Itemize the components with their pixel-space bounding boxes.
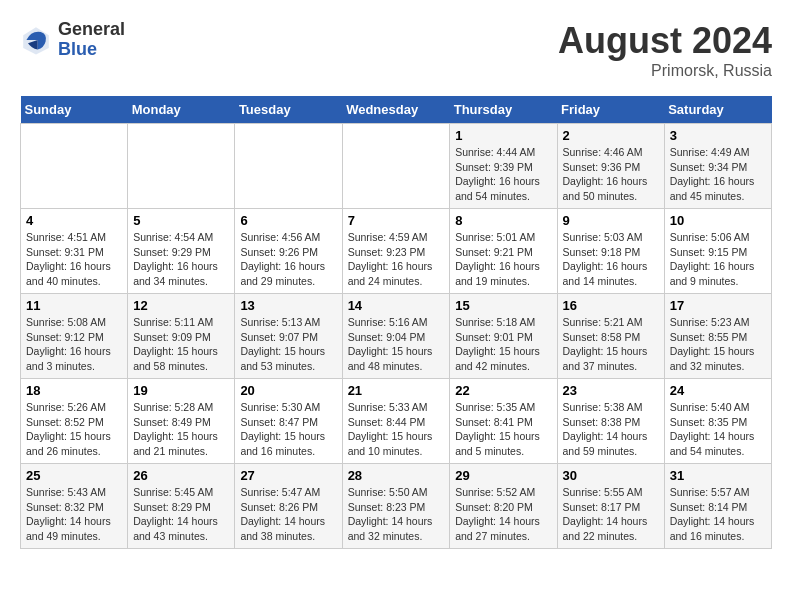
calendar-cell: 10Sunrise: 5:06 AM Sunset: 9:15 PM Dayli… bbox=[664, 209, 771, 294]
weekday-header-monday: Monday bbox=[128, 96, 235, 124]
calendar-cell: 17Sunrise: 5:23 AM Sunset: 8:55 PM Dayli… bbox=[664, 294, 771, 379]
day-info: Sunrise: 5:16 AM Sunset: 9:04 PM Dayligh… bbox=[348, 315, 445, 374]
day-info: Sunrise: 5:35 AM Sunset: 8:41 PM Dayligh… bbox=[455, 400, 551, 459]
day-number: 28 bbox=[348, 468, 445, 483]
calendar-cell: 13Sunrise: 5:13 AM Sunset: 9:07 PM Dayli… bbox=[235, 294, 342, 379]
day-info: Sunrise: 5:01 AM Sunset: 9:21 PM Dayligh… bbox=[455, 230, 551, 289]
calendar-cell: 22Sunrise: 5:35 AM Sunset: 8:41 PM Dayli… bbox=[450, 379, 557, 464]
day-info: Sunrise: 4:59 AM Sunset: 9:23 PM Dayligh… bbox=[348, 230, 445, 289]
calendar-cell: 5Sunrise: 4:54 AM Sunset: 9:29 PM Daylig… bbox=[128, 209, 235, 294]
calendar-cell: 29Sunrise: 5:52 AM Sunset: 8:20 PM Dayli… bbox=[450, 464, 557, 549]
day-info: Sunrise: 5:55 AM Sunset: 8:17 PM Dayligh… bbox=[563, 485, 659, 544]
logo-text: General Blue bbox=[58, 20, 125, 60]
location: Primorsk, Russia bbox=[558, 62, 772, 80]
day-number: 3 bbox=[670, 128, 766, 143]
calendar-cell: 31Sunrise: 5:57 AM Sunset: 8:14 PM Dayli… bbox=[664, 464, 771, 549]
day-number: 6 bbox=[240, 213, 336, 228]
calendar-cell: 26Sunrise: 5:45 AM Sunset: 8:29 PM Dayli… bbox=[128, 464, 235, 549]
calendar-week-1: 1Sunrise: 4:44 AM Sunset: 9:39 PM Daylig… bbox=[21, 124, 772, 209]
day-number: 29 bbox=[455, 468, 551, 483]
day-number: 9 bbox=[563, 213, 659, 228]
calendar-table: SundayMondayTuesdayWednesdayThursdayFrid… bbox=[20, 96, 772, 549]
day-info: Sunrise: 4:44 AM Sunset: 9:39 PM Dayligh… bbox=[455, 145, 551, 204]
logo-icon bbox=[20, 24, 52, 56]
day-number: 25 bbox=[26, 468, 122, 483]
calendar-cell: 25Sunrise: 5:43 AM Sunset: 8:32 PM Dayli… bbox=[21, 464, 128, 549]
day-number: 30 bbox=[563, 468, 659, 483]
calendar-cell: 11Sunrise: 5:08 AM Sunset: 9:12 PM Dayli… bbox=[21, 294, 128, 379]
day-info: Sunrise: 5:47 AM Sunset: 8:26 PM Dayligh… bbox=[240, 485, 336, 544]
day-number: 4 bbox=[26, 213, 122, 228]
day-info: Sunrise: 5:30 AM Sunset: 8:47 PM Dayligh… bbox=[240, 400, 336, 459]
calendar-cell: 7Sunrise: 4:59 AM Sunset: 9:23 PM Daylig… bbox=[342, 209, 450, 294]
calendar-week-3: 11Sunrise: 5:08 AM Sunset: 9:12 PM Dayli… bbox=[21, 294, 772, 379]
calendar-cell: 23Sunrise: 5:38 AM Sunset: 8:38 PM Dayli… bbox=[557, 379, 664, 464]
weekday-header-saturday: Saturday bbox=[664, 96, 771, 124]
calendar-week-5: 25Sunrise: 5:43 AM Sunset: 8:32 PM Dayli… bbox=[21, 464, 772, 549]
day-info: Sunrise: 5:03 AM Sunset: 9:18 PM Dayligh… bbox=[563, 230, 659, 289]
day-number: 15 bbox=[455, 298, 551, 313]
day-number: 19 bbox=[133, 383, 229, 398]
day-number: 10 bbox=[670, 213, 766, 228]
day-number: 13 bbox=[240, 298, 336, 313]
weekday-header-thursday: Thursday bbox=[450, 96, 557, 124]
day-info: Sunrise: 5:52 AM Sunset: 8:20 PM Dayligh… bbox=[455, 485, 551, 544]
calendar-cell: 2Sunrise: 4:46 AM Sunset: 9:36 PM Daylig… bbox=[557, 124, 664, 209]
calendar-cell bbox=[21, 124, 128, 209]
day-number: 11 bbox=[26, 298, 122, 313]
weekday-header-sunday: Sunday bbox=[21, 96, 128, 124]
day-info: Sunrise: 5:28 AM Sunset: 8:49 PM Dayligh… bbox=[133, 400, 229, 459]
day-number: 26 bbox=[133, 468, 229, 483]
calendar-cell: 18Sunrise: 5:26 AM Sunset: 8:52 PM Dayli… bbox=[21, 379, 128, 464]
month-year: August 2024 bbox=[558, 20, 772, 62]
day-number: 17 bbox=[670, 298, 766, 313]
calendar-cell bbox=[235, 124, 342, 209]
day-info: Sunrise: 5:40 AM Sunset: 8:35 PM Dayligh… bbox=[670, 400, 766, 459]
day-number: 21 bbox=[348, 383, 445, 398]
day-info: Sunrise: 4:49 AM Sunset: 9:34 PM Dayligh… bbox=[670, 145, 766, 204]
calendar-body: 1Sunrise: 4:44 AM Sunset: 9:39 PM Daylig… bbox=[21, 124, 772, 549]
day-info: Sunrise: 5:11 AM Sunset: 9:09 PM Dayligh… bbox=[133, 315, 229, 374]
day-info: Sunrise: 5:33 AM Sunset: 8:44 PM Dayligh… bbox=[348, 400, 445, 459]
calendar-cell: 9Sunrise: 5:03 AM Sunset: 9:18 PM Daylig… bbox=[557, 209, 664, 294]
day-info: Sunrise: 5:13 AM Sunset: 9:07 PM Dayligh… bbox=[240, 315, 336, 374]
calendar-cell: 21Sunrise: 5:33 AM Sunset: 8:44 PM Dayli… bbox=[342, 379, 450, 464]
day-number: 27 bbox=[240, 468, 336, 483]
calendar-week-2: 4Sunrise: 4:51 AM Sunset: 9:31 PM Daylig… bbox=[21, 209, 772, 294]
day-info: Sunrise: 5:18 AM Sunset: 9:01 PM Dayligh… bbox=[455, 315, 551, 374]
day-number: 20 bbox=[240, 383, 336, 398]
day-number: 8 bbox=[455, 213, 551, 228]
weekday-header-row: SundayMondayTuesdayWednesdayThursdayFrid… bbox=[21, 96, 772, 124]
calendar-week-4: 18Sunrise: 5:26 AM Sunset: 8:52 PM Dayli… bbox=[21, 379, 772, 464]
weekday-header-wednesday: Wednesday bbox=[342, 96, 450, 124]
day-info: Sunrise: 5:43 AM Sunset: 8:32 PM Dayligh… bbox=[26, 485, 122, 544]
weekday-header-tuesday: Tuesday bbox=[235, 96, 342, 124]
calendar-cell: 3Sunrise: 4:49 AM Sunset: 9:34 PM Daylig… bbox=[664, 124, 771, 209]
day-number: 18 bbox=[26, 383, 122, 398]
title-block: August 2024 Primorsk, Russia bbox=[558, 20, 772, 80]
calendar-cell: 14Sunrise: 5:16 AM Sunset: 9:04 PM Dayli… bbox=[342, 294, 450, 379]
day-number: 23 bbox=[563, 383, 659, 398]
calendar-cell bbox=[342, 124, 450, 209]
day-info: Sunrise: 5:23 AM Sunset: 8:55 PM Dayligh… bbox=[670, 315, 766, 374]
day-info: Sunrise: 5:50 AM Sunset: 8:23 PM Dayligh… bbox=[348, 485, 445, 544]
day-number: 14 bbox=[348, 298, 445, 313]
calendar-cell: 4Sunrise: 4:51 AM Sunset: 9:31 PM Daylig… bbox=[21, 209, 128, 294]
day-info: Sunrise: 5:45 AM Sunset: 8:29 PM Dayligh… bbox=[133, 485, 229, 544]
day-info: Sunrise: 4:56 AM Sunset: 9:26 PM Dayligh… bbox=[240, 230, 336, 289]
calendar-cell: 8Sunrise: 5:01 AM Sunset: 9:21 PM Daylig… bbox=[450, 209, 557, 294]
day-info: Sunrise: 5:57 AM Sunset: 8:14 PM Dayligh… bbox=[670, 485, 766, 544]
day-number: 22 bbox=[455, 383, 551, 398]
calendar-cell: 16Sunrise: 5:21 AM Sunset: 8:58 PM Dayli… bbox=[557, 294, 664, 379]
logo: General Blue bbox=[20, 20, 125, 60]
calendar-cell: 20Sunrise: 5:30 AM Sunset: 8:47 PM Dayli… bbox=[235, 379, 342, 464]
weekday-header-friday: Friday bbox=[557, 96, 664, 124]
day-number: 12 bbox=[133, 298, 229, 313]
page-header: General Blue August 2024 Primorsk, Russi… bbox=[20, 20, 772, 80]
calendar-cell bbox=[128, 124, 235, 209]
calendar-cell: 1Sunrise: 4:44 AM Sunset: 9:39 PM Daylig… bbox=[450, 124, 557, 209]
day-number: 24 bbox=[670, 383, 766, 398]
calendar-cell: 15Sunrise: 5:18 AM Sunset: 9:01 PM Dayli… bbox=[450, 294, 557, 379]
day-number: 7 bbox=[348, 213, 445, 228]
day-info: Sunrise: 4:51 AM Sunset: 9:31 PM Dayligh… bbox=[26, 230, 122, 289]
